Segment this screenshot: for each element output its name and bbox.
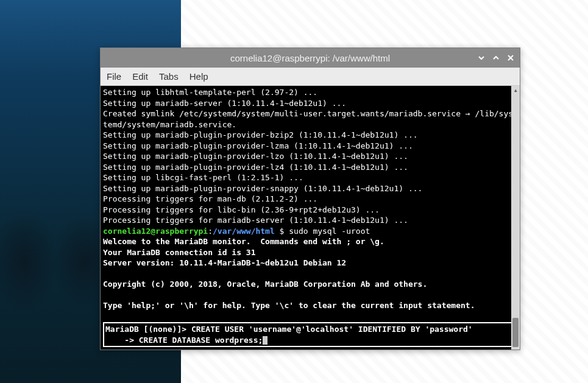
highlighted-commands: MariaDB [(none)]> CREATE USER 'username'… <box>103 322 515 347</box>
menu-help[interactable]: Help <box>190 71 208 82</box>
prompt-command: sudo mysql -uroot <box>289 227 370 236</box>
scroll-up-icon[interactable]: ▴ <box>511 86 520 94</box>
cursor <box>263 336 267 345</box>
terminal-output-line: Created symlink /etc/systemd/system/mult… <box>103 108 517 130</box>
terminal-output-line: Setting up mariadb-plugin-provider-snapp… <box>103 183 517 194</box>
menubar: File Edit Tabs Help <box>101 68 520 86</box>
terminal-input-line: MariaDB [(none)]> CREATE USER 'username'… <box>105 324 512 335</box>
terminal-output-line: Processing triggers for mariadb-server (… <box>103 215 517 226</box>
terminal-output-line: Setting up mariadb-server (1:10.11.4-1~d… <box>103 98 517 109</box>
terminal-output-line: Copyright (c) 2000, 2018, Oracle, MariaD… <box>103 279 517 290</box>
terminal-output-line: Server version: 10.11.4-MariaDB-1~deb12u… <box>103 258 517 269</box>
terminal-output-line: Welcome to the MariaDB monitor. Commands… <box>103 236 517 247</box>
terminal-output-line: Processing triggers for libc-bin (2.36-9… <box>103 205 517 216</box>
terminal-body[interactable]: Setting up libhtml-template-perl (2.97-2… <box>101 86 520 350</box>
terminal-output-line <box>103 290 517 301</box>
prompt-sigil: $ <box>275 227 289 236</box>
terminal-output-line: Setting up mariadb-plugin-provider-bzip2… <box>103 130 517 141</box>
maximize-icon[interactable] <box>492 54 500 62</box>
terminal-output-line: Type 'help;' or '\h' for help. Type '\c'… <box>103 300 517 311</box>
terminal-output-line: Setting up mariadb-plugin-provider-lz4 (… <box>103 162 517 173</box>
terminal-output-line: Setting up mariadb-plugin-provider-lzma … <box>103 141 517 152</box>
terminal-output-line: Processing triggers for man-db (2.11.2-2… <box>103 194 517 205</box>
terminal-input-line: -> CREATE DATABASE wordpress; <box>105 335 512 346</box>
terminal-output-line <box>103 269 517 279</box>
menu-file[interactable]: File <box>107 71 121 82</box>
terminal-output-line: Your MariaDB connection id is 31 <box>103 247 517 258</box>
window-title: cornelia12@raspberrypi: /var/www/html <box>230 53 390 63</box>
prompt-user: cornelia12@raspberrypi <box>103 227 208 236</box>
close-icon[interactable] <box>506 54 515 62</box>
menu-edit[interactable]: Edit <box>132 71 148 82</box>
minimize-icon[interactable] <box>477 54 486 62</box>
terminal-output-line: Setting up mariadb-plugin-provider-lzo (… <box>103 151 517 162</box>
prompt-sep: : <box>208 227 213 236</box>
terminal-output-line <box>103 311 517 322</box>
scroll-thumb[interactable] <box>512 318 519 347</box>
menu-tabs[interactable]: Tabs <box>159 71 179 82</box>
window-controls <box>477 54 515 62</box>
prompt-path: /var/www/html <box>213 227 275 236</box>
titlebar[interactable]: cornelia12@raspberrypi: /var/www/html <box>101 48 520 68</box>
terminal-output-line: Setting up libhtml-template-perl (2.97-2… <box>103 87 517 98</box>
scrollbar[interactable]: ▴ <box>511 86 520 350</box>
terminal-output-line: Setting up libcgi-fast-perl (1:2.15-1) .… <box>103 172 517 183</box>
terminal-window: cornelia12@raspberrypi: /var/www/html Fi… <box>100 47 520 350</box>
terminal-prompt-line: cornelia12@raspberrypi:/var/www/html $ s… <box>103 226 517 237</box>
